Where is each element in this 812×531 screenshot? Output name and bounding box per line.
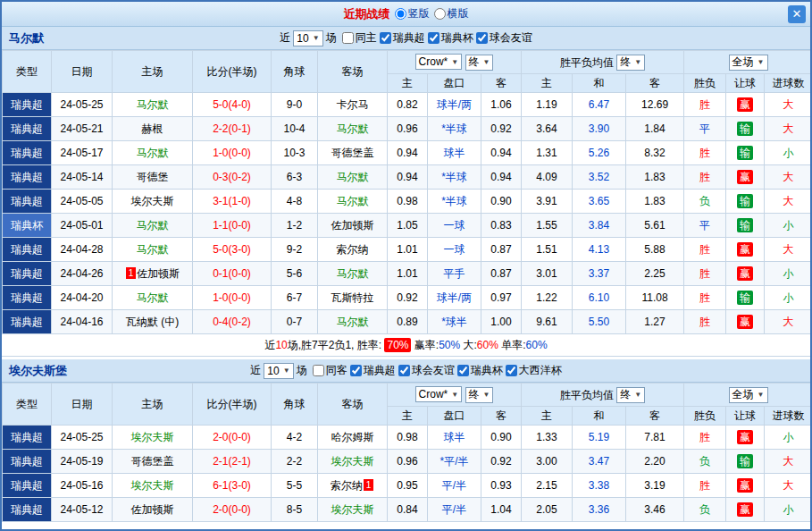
table-cell: 8-5 bbox=[272, 498, 318, 522]
table-cell: 埃尔夫斯 bbox=[113, 190, 193, 214]
table-row[interactable]: 瑞典超24-04-261佐加顿斯0-1(0-0)5-6马尔默1.01平手0.87… bbox=[3, 262, 812, 286]
table-row[interactable]: 瑞典超24-05-05埃尔夫斯3-1(1-0)4-8马尔默0.98*半球0.90… bbox=[3, 190, 812, 214]
layout-radio-landscape[interactable]: 横版 bbox=[434, 6, 469, 21]
table-cell: 赢 bbox=[726, 238, 765, 262]
checkbox-input[interactable] bbox=[380, 32, 391, 44]
sub-header-goals: 进球数 bbox=[765, 407, 812, 426]
table-row[interactable]: 瑞典超24-05-14哥德堡0-3(0-2)6-3马尔默0.94*半球0.944… bbox=[3, 165, 812, 190]
table-row[interactable]: 瑞典超24-05-25马尔默5-0(4-0)9-0卡尔马0.82球半/两1.06… bbox=[3, 93, 812, 117]
table-row[interactable]: 瑞典超24-05-21赫根2-2(0-1)10-4马尔默0.96*半球0.923… bbox=[3, 117, 812, 141]
table-cell: 瓦斯特拉 bbox=[318, 286, 388, 310]
table-cell: 瑞典超 bbox=[3, 238, 52, 262]
radio-portrait-input[interactable] bbox=[395, 8, 406, 20]
table-cell: 输 bbox=[726, 141, 765, 165]
checkbox-input[interactable] bbox=[506, 365, 517, 376]
handicap-result-pill: 赢 bbox=[737, 170, 753, 184]
table-row[interactable]: 瑞典超24-04-28马尔默5-0(3-0)9-2索尔纳1.01一球0.871.… bbox=[3, 238, 812, 262]
handicap-result-pill: 赢 bbox=[737, 266, 753, 281]
table-cell: 大 bbox=[765, 238, 812, 262]
table-cell: 0.83 bbox=[481, 214, 522, 238]
sub-header-avg-draw: 和 bbox=[573, 407, 626, 426]
table-cell: 5.61 bbox=[626, 214, 684, 238]
checkbox-input[interactable] bbox=[313, 365, 324, 376]
table-cell: 瑞典超 bbox=[3, 498, 52, 522]
table-cell: 1-0(0-0) bbox=[193, 286, 272, 310]
chevron-down-icon: ▼ bbox=[634, 391, 641, 399]
checkbox-input[interactable] bbox=[398, 365, 410, 376]
fullgame-select[interactable]: 全场▼ bbox=[729, 55, 768, 71]
table-cell: 2.05 bbox=[522, 498, 573, 522]
odds-header-cell: Crow*▼ 终▼ bbox=[388, 51, 522, 74]
filter-checkbox[interactable]: 同客 bbox=[313, 363, 347, 378]
bookmaker-select[interactable]: Crow*▼ bbox=[415, 54, 463, 70]
filter-checkbox[interactable]: 大西洋杯 bbox=[506, 363, 562, 378]
sub-header-home-odds: 主 bbox=[388, 407, 428, 426]
checkbox-input[interactable] bbox=[350, 365, 362, 376]
checkbox-input[interactable] bbox=[342, 32, 354, 44]
table-cell: 胜 bbox=[684, 474, 726, 498]
table-cell: 5-6 bbox=[272, 262, 318, 286]
fullgame-select[interactable]: 全场▼ bbox=[729, 387, 768, 403]
table-row[interactable]: 瑞典超24-04-20马尔默1-0(0-0)6-7瓦斯特拉0.92球半/两0.9… bbox=[3, 286, 812, 310]
checkbox-input[interactable] bbox=[457, 365, 469, 376]
filter-checkbox[interactable]: 瑞典超 bbox=[350, 363, 396, 378]
table-row[interactable]: 瑞典超24-05-17马尔默1-0(0-0)10-3哥德堡盖0.94球半0.94… bbox=[3, 141, 812, 165]
summary-part: 10 bbox=[275, 339, 287, 351]
sub-header-avg-lose: 客 bbox=[626, 74, 684, 93]
games-label: 场 bbox=[326, 30, 337, 46]
table-cell: 哥德堡盖 bbox=[318, 141, 388, 165]
summary-part: 50% bbox=[439, 339, 460, 351]
team-name-elfsborg: 埃尔夫斯堡 bbox=[9, 364, 67, 377]
near-label: 近 bbox=[250, 363, 261, 378]
table-cell: 3.01 bbox=[522, 262, 573, 286]
avg-time-select[interactable]: 终▼ bbox=[616, 387, 645, 403]
odds-time-select[interactable]: 终▼ bbox=[465, 55, 494, 71]
summary-part: 场,胜7平2负1, 胜率: bbox=[288, 339, 385, 351]
filter-checkbox[interactable]: 瑞典超 bbox=[380, 30, 425, 46]
filter-checkbox[interactable]: 球会友谊 bbox=[398, 363, 455, 378]
match-count-select[interactable]: 10▼ bbox=[264, 363, 293, 379]
chevron-down-icon: ▼ bbox=[313, 34, 320, 42]
table-cell: 小 bbox=[765, 426, 812, 450]
match-count-select[interactable]: 10▼ bbox=[293, 30, 322, 46]
select-value: 终 bbox=[620, 387, 631, 402]
checkbox-input[interactable] bbox=[428, 32, 439, 44]
table-row[interactable]: 瑞典超24-05-12佐加顿斯2-0(0-0)8-5埃尔夫斯0.84平/半1.0… bbox=[3, 498, 812, 522]
avg-time-select[interactable]: 终▼ bbox=[616, 55, 645, 71]
table-cell: 5.50 bbox=[573, 310, 626, 334]
table-cell: 3.47 bbox=[573, 450, 626, 474]
checkbox-input[interactable] bbox=[476, 32, 488, 44]
table-cell: 2.25 bbox=[626, 262, 684, 286]
sub-header-away-odds: 客 bbox=[481, 407, 522, 426]
table-cell: 哥德堡盖 bbox=[113, 450, 193, 474]
table-cell: 11.08 bbox=[626, 286, 684, 310]
table-cell: 3.46 bbox=[626, 498, 684, 522]
select-value: Crow* bbox=[419, 55, 448, 68]
table-row[interactable]: 瑞典超24-05-16埃尔夫斯6-1(3-0)5-5索尔纳10.95平/半0.9… bbox=[3, 474, 812, 498]
table-cell: 哈尔姆斯 bbox=[318, 426, 388, 450]
table-cell: *半球 bbox=[428, 165, 481, 190]
select-value: 10 bbox=[267, 365, 279, 377]
table-cell: 平手 bbox=[428, 262, 481, 286]
odds-time-select[interactable]: 终▼ bbox=[465, 387, 494, 403]
team-name-malmo: 马尔默 bbox=[9, 31, 44, 45]
table-row[interactable]: 瑞典超24-05-25埃尔夫斯2-0(0-0)4-2哈尔姆斯0.98球半0.90… bbox=[3, 426, 812, 450]
bookmaker-select[interactable]: Crow*▼ bbox=[415, 386, 463, 402]
radio-landscape-input[interactable] bbox=[434, 8, 446, 20]
table-row[interactable]: 瑞典超24-04-16瓦纳默 (中)0-4(0-2)0-7马尔默0.89*球半1… bbox=[3, 310, 812, 334]
table-cell: 0.94 bbox=[481, 141, 522, 165]
table-cell: 佐加顿斯 bbox=[113, 498, 193, 522]
table-cell: 瑞典超 bbox=[3, 474, 52, 498]
table-cell: 3.64 bbox=[522, 117, 573, 141]
filter-checkbox[interactable]: 球会友谊 bbox=[476, 30, 532, 46]
filter-checkbox[interactable]: 瑞典杯 bbox=[457, 363, 503, 378]
table-row[interactable]: 瑞典超24-05-19哥德堡盖2-1(2-1)2-2埃尔夫斯0.96*平/半0.… bbox=[3, 450, 812, 474]
table-cell: *半球 bbox=[428, 190, 481, 214]
filter-checkbox[interactable]: 同主 bbox=[342, 30, 377, 46]
filter-checkbox[interactable]: 瑞典杯 bbox=[428, 30, 473, 46]
table-cell: 马尔默 bbox=[318, 310, 388, 334]
table-row[interactable]: 瑞典杯24-05-01马尔默1-1(0-0)1-2佐加顿斯1.05一球0.831… bbox=[3, 214, 812, 238]
table-cell: 哥德堡 bbox=[113, 165, 193, 190]
close-icon[interactable]: ✕ bbox=[788, 5, 806, 23]
layout-radio-portrait[interactable]: 竖版 bbox=[395, 6, 430, 21]
